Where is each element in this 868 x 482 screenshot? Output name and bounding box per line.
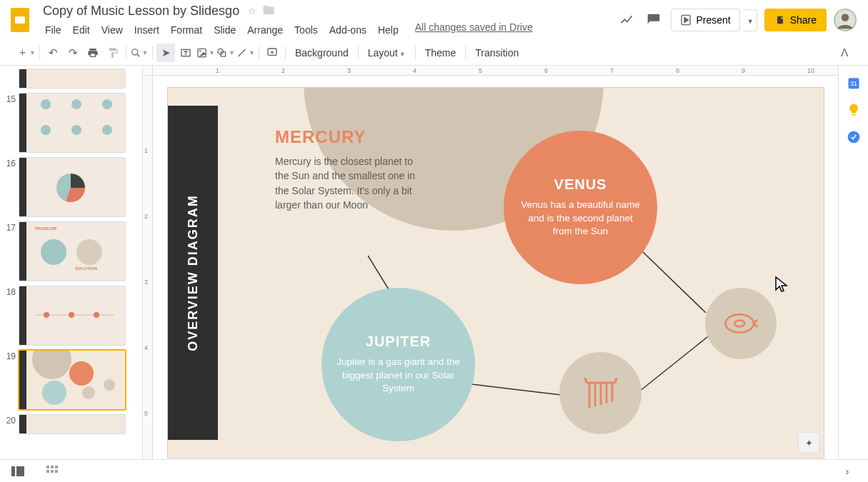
thumb-num: 20	[3, 414, 16, 434]
thumb-row	[3, 69, 139, 89]
menu-help[interactable]: Help	[373, 21, 404, 39]
mercury-title: MERCURY	[275, 127, 425, 147]
show-side-panel-button[interactable]: ›	[838, 462, 857, 481]
undo-button[interactable]: ↶	[44, 44, 62, 62]
new-slide-button[interactable]: ＋▼	[17, 44, 36, 62]
zoom-button[interactable]: ▼	[130, 44, 149, 62]
move-folder-icon[interactable]	[262, 4, 275, 19]
ruler-tick: 1	[216, 67, 219, 74]
menu-format[interactable]: Format	[166, 21, 207, 39]
svg-point-9	[199, 50, 201, 52]
hide-menus-button[interactable]: ᐱ	[835, 44, 854, 62]
redo-button[interactable]: ↷	[64, 44, 82, 62]
ruler-tick: 3	[347, 67, 351, 74]
thumb-num	[3, 69, 16, 89]
ruler-tick: 9	[742, 67, 745, 74]
slide-thumb-19[interactable]	[19, 350, 126, 410]
slide-thumb-18[interactable]	[19, 286, 126, 346]
slide-thumb-20[interactable]	[19, 414, 126, 434]
mercury-body: Mercury is the closest planet to the Sun…	[275, 154, 425, 212]
slide-thumb-16[interactable]	[19, 157, 126, 217]
line-tool[interactable]: ▼	[236, 44, 255, 62]
ruler-tick: 5	[144, 410, 148, 417]
drum-icon-circle[interactable]	[705, 288, 777, 359]
jupiter-circle[interactable]: JUPITER Jupiter is a gas giant and the b…	[321, 288, 475, 441]
shape-tool[interactable]: ▼	[216, 44, 235, 62]
separator	[465, 46, 466, 60]
menu-addons[interactable]: Add-ons	[324, 21, 371, 39]
thumb-num: 15	[3, 93, 16, 153]
menu-file[interactable]: File	[40, 21, 66, 39]
thumb-label: SOLUTION	[75, 266, 97, 271]
menu-arrange[interactable]: Arrange	[242, 21, 288, 39]
activity-icon[interactable]	[617, 10, 637, 30]
keep-icon[interactable]	[847, 103, 861, 117]
textbox-tool[interactable]	[176, 44, 195, 62]
menu-edit[interactable]: Edit	[68, 21, 95, 39]
venus-circle[interactable]: VENUS Venus has a beautiful name and is …	[504, 131, 657, 284]
share-label: Share	[790, 14, 817, 26]
chimes-icon-circle[interactable]	[559, 352, 642, 434]
share-button[interactable]: Share	[764, 9, 827, 31]
image-tool[interactable]: ▼	[196, 44, 215, 62]
venus-title: VENUS	[554, 176, 607, 193]
jupiter-title: JUPITER	[366, 333, 431, 350]
svg-rect-26	[11, 466, 15, 476]
menu-slide[interactable]: Slide	[209, 21, 241, 39]
explore-button[interactable]: ✦	[798, 432, 819, 453]
thumb-row: 17 PROBLEM SOLUTION	[3, 221, 139, 281]
ruler-tick: 2	[144, 213, 148, 220]
ruler-tick: 5	[479, 67, 482, 74]
chimes-icon	[579, 372, 622, 415]
background-button[interactable]: Background	[289, 47, 354, 59]
svg-line-18	[472, 384, 561, 395]
slides-logo[interactable]	[6, 6, 34, 34]
svg-rect-27	[16, 466, 24, 476]
grid-view-button[interactable]	[43, 462, 61, 481]
select-tool[interactable]: ➤	[156, 44, 175, 62]
present-button[interactable]: Present	[671, 9, 739, 31]
thumbnail-panel[interactable]: 15 16 17	[0, 66, 143, 482]
filmstrip-view-button[interactable]	[9, 462, 27, 481]
slide-thumb-15[interactable]	[19, 93, 126, 153]
mercury-text[interactable]: MERCURY Mercury is the closest planet to…	[275, 127, 425, 212]
svg-point-6	[131, 49, 137, 54]
menu-view[interactable]: View	[96, 21, 128, 39]
slide-scroll-area[interactable]: OVERVIEW DIAGRAM MERCURY Mercury is the …	[153, 76, 838, 482]
svg-text:31: 31	[850, 80, 857, 87]
paint-format-button[interactable]	[104, 44, 122, 62]
doc-title[interactable]: Copy of Music Lesson by Slidesgo	[40, 2, 242, 20]
slide-thumb-17[interactable]: PROBLEM SOLUTION	[19, 221, 126, 281]
menu-tools[interactable]: Tools	[289, 21, 323, 39]
comments-icon[interactable]	[644, 10, 664, 30]
thumb-row: 19	[3, 350, 139, 410]
comment-tool[interactable]	[263, 44, 281, 62]
save-state[interactable]: All changes saved in Drive	[415, 21, 533, 39]
account-avatar[interactable]	[834, 9, 857, 31]
print-button[interactable]	[84, 44, 102, 62]
svg-rect-31	[46, 470, 49, 473]
separator	[285, 46, 286, 60]
calendar-icon[interactable]: 31	[847, 76, 861, 90]
ruler-tick: 7	[610, 67, 614, 74]
theme-button[interactable]: Theme	[419, 47, 462, 59]
slide-thumb-14[interactable]	[19, 69, 126, 89]
ruler-vertical[interactable]: 1 2 3 4 5	[143, 76, 153, 482]
ruler-horizontal[interactable]: 1 2 3 4 5 6 7 8 9 10	[153, 66, 838, 76]
ruler-tick: 6	[544, 67, 548, 74]
svg-point-5	[842, 14, 849, 21]
layout-button[interactable]: Layout▼	[362, 47, 411, 59]
tasks-icon[interactable]	[847, 130, 861, 144]
doc-info: Copy of Music Lesson by Slidesgo ☆ File …	[34, 2, 617, 39]
workspace: 15 16 17	[0, 66, 868, 482]
separator	[152, 46, 153, 60]
present-dropdown[interactable]: ▼	[743, 9, 757, 31]
svg-point-22	[734, 321, 744, 327]
star-icon[interactable]: ☆	[248, 6, 256, 16]
transition-button[interactable]: Transition	[469, 47, 524, 59]
slide-canvas[interactable]: OVERVIEW DIAGRAM MERCURY Mercury is the …	[167, 87, 824, 458]
menu-insert[interactable]: Insert	[129, 21, 164, 39]
ruler-tick: 1	[144, 147, 148, 154]
layout-label: Layout	[368, 47, 398, 59]
svg-line-20	[643, 252, 706, 313]
